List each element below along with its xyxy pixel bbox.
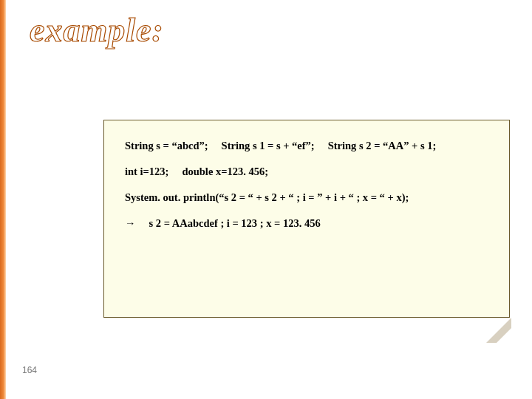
code-line-3: System. out. println(“s 2 = “ + s 2 + “ … [125,191,493,204]
code-line-2: int i=123;double x=123. 456; [125,166,493,178]
accent-bar [0,0,6,399]
code-fragment: System. out. println(“s 2 = “ + s 2 + “ … [125,191,409,203]
code-fragment: String s 1 = s + “ef”; [222,140,315,151]
code-line-4: →s 2 = AAabcdef ; i = 123 ; x = 123. 456 [125,217,493,230]
code-fragment: double x=123. 456; [182,166,268,177]
code-line-1: String s = “abcd”;String s 1 = s + “ef”;… [125,140,493,152]
code-output: s 2 = AAabcdef ; i = 123 ; x = 123. 456 [149,217,321,229]
slide-title: example: [30,10,164,50]
page-number: 164 [22,365,37,375]
code-fragment: String s 2 = “AA” + s 1; [328,140,437,151]
code-fragment: int i=123; [125,166,168,177]
arrow-icon: → [125,217,136,229]
code-example-box: String s = “abcd”;String s 1 = s + “ef”;… [103,120,510,318]
corner-decoration-icon [485,316,511,343]
code-fragment: String s = “abcd”; [125,140,208,151]
